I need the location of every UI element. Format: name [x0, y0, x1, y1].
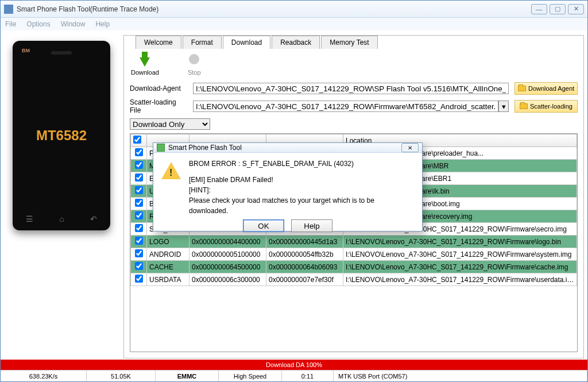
phone-graphic: BM MT6582 ☰ ⌂ ↶: [13, 41, 110, 230]
window-controls: — ▢ ✕: [531, 4, 584, 14]
dialog-help-button[interactable]: Help: [291, 219, 332, 232]
dialog-line1: BROM ERROR : S_FT_ENABLE_DRAM_FAIL (4032…: [189, 159, 414, 169]
titlebar: Smart Phone Flash Tool(Runtime Trace Mod…: [1, 1, 587, 18]
cell-location: I:\LENOVO\Lenovo_A7-30HC_S017_141229_ROW…: [343, 261, 577, 273]
minimize-button[interactable]: —: [531, 4, 547, 14]
da-browse-label: Download Agent: [528, 85, 574, 92]
cell-name: USRDATA: [147, 273, 189, 286]
dialog-line2: [EMI] Enable DRAM Failed!: [189, 175, 414, 185]
row-check[interactable]: [135, 249, 143, 257]
config-scatter-row: Scatter-loading File ▾ Scatter-loading: [124, 97, 583, 116]
cell-end: 0x0000000064b06093: [266, 261, 343, 273]
row-check[interactable]: [135, 211, 143, 219]
scatter-label: Scatter-loading File: [130, 98, 187, 114]
phone-bm-label: BM: [22, 48, 30, 53]
dialog-buttons: OK Help: [153, 216, 422, 238]
cell-end: 0x0000000054ffb32b: [266, 248, 343, 261]
tab-download[interactable]: Download: [223, 36, 270, 49]
home-icon: ⌂: [59, 214, 64, 223]
toolbar: Download Stop: [124, 48, 583, 80]
scatter-browse-button[interactable]: Scatter-loading: [514, 100, 578, 113]
status-time: 0:11: [282, 371, 334, 381]
stop-icon: [189, 54, 199, 64]
folder-icon: [518, 86, 526, 91]
dialog-body: ! BROM ERROR : S_FT_ENABLE_DRAM_FAIL (40…: [153, 153, 422, 216]
folder-icon: [520, 103, 528, 109]
da-browse-button[interactable]: Download Agent: [514, 82, 578, 95]
status-size: 51.05K: [87, 371, 156, 381]
status-storage: EMMC: [156, 371, 219, 381]
status-speed: High Speed: [219, 371, 282, 381]
da-label: Download-Agent: [130, 84, 187, 92]
mode-row: Download Only: [124, 116, 583, 133]
cell-end: 0x000000007e7ef30f: [266, 273, 343, 286]
status-port: MTK USB Port (COM57): [334, 371, 587, 381]
row-check[interactable]: [135, 262, 143, 270]
tab-welcome[interactable]: Welcome: [136, 36, 181, 49]
dialog-line3: [HINT]:: [189, 185, 414, 195]
cell-begin: 0x0000000064500000: [189, 261, 266, 273]
back-icon: ↶: [90, 214, 97, 223]
table-row[interactable]: ANDROID0x00000000051000000x0000000054ffb…: [131, 248, 577, 261]
download-arrow-icon: [140, 57, 150, 67]
menu-file[interactable]: File: [5, 20, 16, 28]
download-button-label: Download: [131, 69, 159, 76]
menubar: File Options Window Help: [1, 18, 587, 30]
warning-icon: !: [161, 162, 181, 182]
scatter-dropdown-button[interactable]: ▾: [498, 101, 509, 112]
close-button[interactable]: ✕: [568, 4, 584, 14]
cell-begin: 0x0000000005100000: [189, 248, 266, 261]
table-row[interactable]: CACHE0x00000000645000000x0000000064b0609…: [131, 261, 577, 273]
window-title: Smart Phone Flash Tool(Runtime Trace Mod…: [17, 5, 531, 13]
da-input[interactable]: [193, 83, 509, 94]
row-check[interactable]: [135, 148, 143, 156]
scatter-input[interactable]: [193, 101, 498, 112]
dialog-titlebar: Smart Phone Flash Tool ✕: [153, 143, 422, 153]
row-check[interactable]: [135, 275, 143, 283]
col-check[interactable]: [131, 134, 147, 147]
cell-location: I:\LENOVO\Lenovo_A7-30HC_S017_141229_ROW…: [343, 248, 577, 261]
progress-bar: Download DA 100%: [1, 360, 587, 370]
stop-button-label: Stop: [188, 69, 201, 76]
dialog-message: BROM ERROR : S_FT_ENABLE_DRAM_FAIL (4032…: [189, 159, 414, 216]
tab-format[interactable]: Format: [183, 36, 222, 49]
status-rate: 638.23K/s: [1, 371, 87, 381]
phone-panel: BM MT6582 ☰ ⌂ ↶: [4, 35, 119, 358]
row-check[interactable]: [135, 237, 143, 245]
cell-name: ANDROID: [147, 248, 189, 261]
dialog-line4: Please check your load matches to your t…: [189, 195, 414, 216]
table-row[interactable]: USRDATA0x000000006c3000000x000000007e7ef…: [131, 273, 577, 286]
phone-chip-label: MT6582: [36, 128, 87, 144]
tab-readback[interactable]: Readback: [272, 36, 320, 49]
row-check[interactable]: [135, 173, 143, 182]
row-check[interactable]: [135, 224, 143, 232]
cell-location: I:\LENOVO\Lenovo_A7-30HC_S017_141229_ROW…: [343, 273, 577, 286]
tab-memory-test[interactable]: Memory Test: [321, 36, 377, 49]
scatter-browse-label: Scatter-loading: [530, 103, 572, 110]
stop-button[interactable]: Stop: [188, 52, 201, 76]
error-dialog: Smart Phone Flash Tool ✕ ! BROM ERROR : …: [153, 142, 423, 231]
app-icon: [4, 5, 13, 14]
phone-softkeys: ☰ ⌂ ↶: [13, 214, 110, 223]
dialog-title: Smart Phone Flash Tool: [168, 144, 401, 152]
menu-options[interactable]: Options: [26, 20, 50, 28]
row-check[interactable]: [135, 161, 143, 169]
tabs: Welcome Format Download Readback Memory …: [124, 35, 583, 48]
config-da-row: Download-Agent Download Agent: [124, 80, 583, 97]
statusbar: Download DA 100% 638.23K/s 51.05K EMMC H…: [1, 360, 587, 381]
mode-select[interactable]: Download Only: [130, 118, 210, 130]
dialog-close-button[interactable]: ✕: [401, 143, 419, 152]
dialog-ok-button[interactable]: OK: [243, 219, 284, 232]
cell-name: CACHE: [147, 261, 189, 273]
maximize-button[interactable]: ▢: [550, 4, 566, 14]
check-all[interactable]: [133, 136, 141, 144]
row-check[interactable]: [135, 199, 143, 207]
download-button[interactable]: Download: [131, 52, 159, 76]
cell-begin: 0x000000006c300000: [189, 273, 266, 286]
status-cells: 638.23K/s 51.05K EMMC High Speed 0:11 MT…: [1, 370, 587, 381]
menu-window[interactable]: Window: [61, 20, 86, 28]
menu-icon: ☰: [26, 214, 33, 223]
dialog-app-icon: [157, 144, 165, 152]
row-check[interactable]: [135, 186, 143, 194]
menu-help[interactable]: Help: [95, 20, 110, 28]
